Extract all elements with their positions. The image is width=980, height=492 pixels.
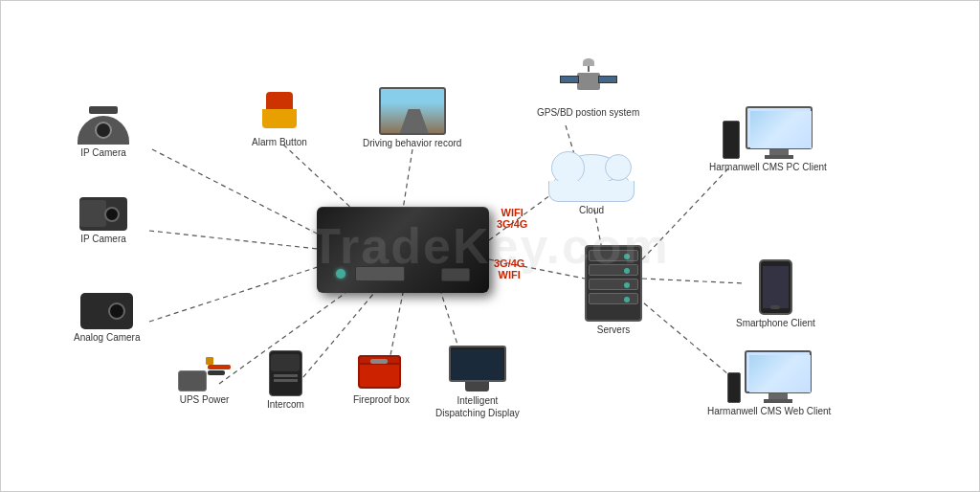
ups-label: UPS Power <box>180 394 230 405</box>
wifi-label: WIFI 3G/4G <box>497 207 527 230</box>
driving-behavior: Driving behavior record <box>363 87 461 148</box>
fireproof-label: Fireproof box <box>353 394 410 405</box>
intercom: Intercom <box>267 350 304 410</box>
cms-web-label: Harmanwell CMS Web Client <box>707 406 831 416</box>
dispatching-display: Intelligent Dispatching Display <box>435 346 520 419</box>
svg-line-4 <box>403 149 412 210</box>
dvr-ports <box>441 268 470 281</box>
cms-pc-client: Harmanwell CMS PC Client <box>709 106 827 172</box>
smartphone-client: Smartphone Client <box>736 259 815 328</box>
svg-line-1 <box>149 231 326 250</box>
ip-camera-1: IP Camera <box>78 106 129 158</box>
dispatch-label1: Intelligent Dispatching Display <box>435 394 520 419</box>
servers: Servers <box>585 245 642 335</box>
cloud-icon <box>544 149 639 202</box>
cms-web-client: Harmanwell CMS Web Client <box>707 350 831 416</box>
svg-line-9 <box>642 168 728 259</box>
firebox-icon <box>358 355 401 389</box>
wifi-line1: WIFI <box>497 207 527 218</box>
intercom-label: Intercom <box>267 399 304 410</box>
pc-monitor-icon <box>746 106 813 159</box>
diagram-container: TradeKey.com .dashed { stroke: #555; str… <box>0 0 980 492</box>
svg-line-3 <box>283 145 355 212</box>
servers-label: Servers <box>597 324 630 335</box>
svg-line-2 <box>149 264 326 322</box>
cms-pc-label: Harmanwell CMS PC Client <box>709 162 827 172</box>
gps-system: GPS/BD postion system <box>537 58 639 118</box>
dvr-device <box>317 207 489 293</box>
smartphone-icon <box>759 259 792 315</box>
alarm-button-label: Alarm Button <box>252 137 307 147</box>
dispatch-icon <box>449 346 506 391</box>
cloud: Cloud <box>544 149 639 215</box>
web-monitor-icon <box>745 350 812 403</box>
3g4g-label: 3G/4G WIFI <box>494 257 524 280</box>
gps-label: GPS/BD postion system <box>537 107 639 118</box>
wifi-line2: 3G/4G <box>497 218 527 230</box>
driving-behavior-icon <box>379 87 446 135</box>
analog-camera: Analog Camera <box>74 293 140 343</box>
gps-icon <box>560 58 617 104</box>
ip-camera-2-label: IP Camera <box>80 234 126 244</box>
intercom-icon <box>269 350 302 396</box>
3g4g-line2: WIFI <box>494 269 524 280</box>
server-icon <box>585 245 642 322</box>
svg-line-10 <box>642 279 743 283</box>
fireproof-box: Fireproof box <box>353 355 410 405</box>
ip-camera-1-label: IP Camera <box>80 147 126 158</box>
dome-camera-icon <box>78 106 129 145</box>
3g4g-line1: 3G/4G <box>494 257 524 269</box>
ups-power: UPS Power <box>178 353 231 405</box>
svg-line-0 <box>152 149 326 238</box>
analog-camera-label: Analog Camera <box>74 332 140 343</box>
driving-behavior-label: Driving behavior record <box>363 138 461 148</box>
smartphone-label: Smartphone Client <box>736 318 815 328</box>
rear-camera-icon <box>79 197 127 231</box>
analog-camera-icon <box>80 293 133 329</box>
alarm-button-icon <box>262 92 297 134</box>
cloud-label: Cloud <box>579 205 604 215</box>
alarm-button: Alarm Button <box>252 92 307 147</box>
ip-camera-2: IP Camera <box>79 197 127 244</box>
